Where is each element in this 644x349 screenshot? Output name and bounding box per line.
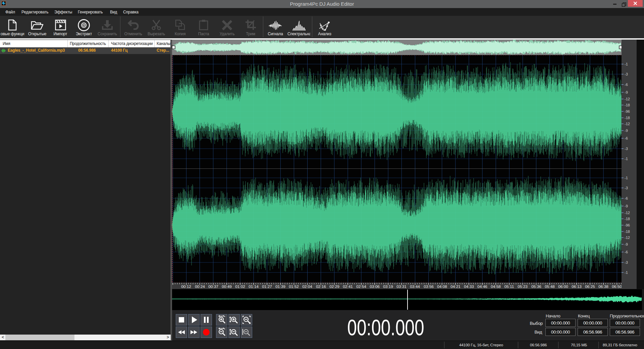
svg-text:-1: -1 (625, 176, 628, 180)
svg-text:04:33: 04:33 (464, 284, 474, 289)
svg-text:02:54: 02:54 (356, 284, 366, 289)
svg-text:-6: -6 (625, 250, 628, 254)
svg-text:01:02: 01:02 (235, 284, 245, 289)
svg-text:05:48: 05:48 (545, 284, 555, 289)
svg-text:-9: -9 (625, 204, 628, 208)
svg-text:04:58: 04:58 (491, 284, 501, 289)
svg-text:06:13: 06:13 (572, 284, 582, 289)
svg-text:-3: -3 (625, 72, 628, 76)
svg-text:00:12: 00:12 (181, 284, 191, 289)
svg-text:-9: -9 (625, 129, 628, 133)
svg-text:-18: -18 (625, 116, 630, 120)
svg-text:-3: -3 (625, 147, 628, 151)
svg-text:06:00: 06:00 (558, 284, 568, 289)
svg-text:-12: -12 (625, 97, 630, 101)
svg-text:-96: -96 (625, 223, 630, 227)
svg-text:-1: -1 (625, 270, 628, 275)
svg-text:04:46: 04:46 (477, 284, 487, 289)
svg-text:-6: -6 (625, 196, 628, 200)
svg-text:00:24: 00:24 (195, 284, 205, 289)
svg-text:-3: -3 (625, 186, 628, 190)
svg-text:01:52: 01:52 (289, 284, 299, 289)
svg-text:-18: -18 (625, 217, 630, 221)
svg-text:04:08: 04:08 (437, 284, 447, 289)
svg-text:-1: -1 (625, 62, 628, 66)
svg-text:02:29: 02:29 (329, 284, 339, 289)
svg-text:01:39: 01:39 (275, 284, 285, 289)
svg-text:02:41: 02:41 (343, 284, 353, 289)
svg-text:03:19: 03:19 (383, 284, 393, 289)
svg-text:05:36: 05:36 (531, 284, 541, 289)
svg-text:-12: -12 (625, 122, 630, 126)
svg-text:06:50: 06:50 (612, 284, 622, 289)
svg-text:-9: -9 (625, 242, 628, 246)
svg-text:02:04: 02:04 (302, 284, 312, 289)
svg-text:00:49: 00:49 (222, 284, 232, 289)
svg-text:-18: -18 (625, 230, 630, 234)
svg-text:-6: -6 (625, 83, 628, 87)
svg-text:01:27: 01:27 (262, 284, 272, 289)
svg-text:-96: -96 (625, 109, 630, 113)
svg-text:03:31: 03:31 (396, 284, 407, 289)
svg-text:04:21: 04:21 (450, 284, 461, 289)
svg-text:-1: -1 (625, 157, 628, 161)
svg-text:-6: -6 (625, 136, 628, 140)
svg-text:03:56: 03:56 (424, 284, 434, 289)
svg-text:-12: -12 (625, 211, 630, 215)
svg-text:-18: -18 (625, 103, 630, 107)
svg-text:06:38: 06:38 (598, 284, 608, 289)
svg-text:05:11: 05:11 (504, 284, 514, 289)
svg-text:03:44: 03:44 (410, 284, 420, 289)
svg-text:-3: -3 (625, 260, 628, 264)
svg-text:02:16: 02:16 (316, 284, 326, 289)
svg-text:-12: -12 (625, 236, 630, 240)
svg-text:00:37: 00:37 (208, 284, 218, 289)
svg-text:05:23: 05:23 (518, 284, 528, 289)
svg-text:-9: -9 (625, 90, 628, 94)
svg-text:01:14: 01:14 (249, 284, 259, 289)
svg-text:03:06: 03:06 (370, 284, 380, 289)
svg-text:06:25: 06:25 (585, 284, 595, 289)
